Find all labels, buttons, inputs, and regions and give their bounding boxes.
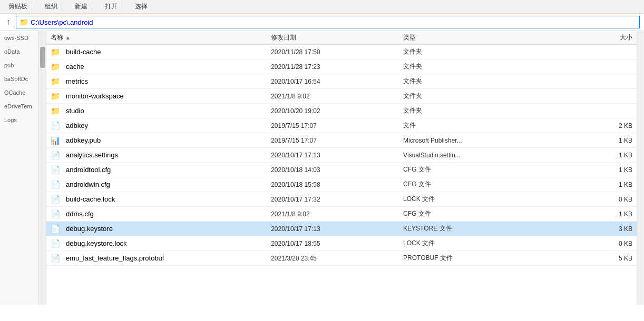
table-row[interactable]: 📄 analytics.settings 2020/10/17 17:13 Vi…	[46, 148, 637, 163]
sidebar-item-2[interactable]: pub	[0, 58, 38, 72]
col-header-date[interactable]: 修改日期	[271, 33, 403, 42]
table-row[interactable]: 📄 androidtool.cfg 2020/10/18 14:03 CFG 文…	[46, 163, 637, 177]
sidebar-item-0[interactable]: ows-SSD	[0, 31, 38, 45]
file-type: CFG 文件	[403, 209, 562, 218]
toolbar-open-label: 打开	[105, 2, 118, 11]
file-date: 2021/3/20 23:45	[271, 255, 403, 262]
table-row[interactable]: 📄 androidwin.cfg 2020/10/18 15:58 CFG 文件…	[46, 177, 637, 192]
file-type: CFG 文件	[403, 165, 562, 174]
file-size: 2 KB	[562, 122, 632, 129]
file-name: 📄 analytics.settings	[51, 151, 271, 160]
sidebar-item-5[interactable]: eDriveTem	[0, 99, 38, 113]
folder-icon: 📁	[51, 47, 61, 57]
col-header-size[interactable]: 大小	[562, 33, 632, 42]
address-path[interactable]: 📁 C:\Users\pc\.android	[16, 16, 640, 28]
file-name: 📄 ddms.cfg	[51, 209, 271, 219]
sidebar-label-1: oData	[4, 48, 19, 55]
sort-arrow-name: ▲	[65, 35, 71, 41]
file-type: 文件夹	[403, 106, 562, 115]
file-list-header: 名称 ▲ 修改日期 类型 大小	[46, 31, 637, 45]
file-icon: 📄	[51, 121, 61, 131]
sidebar-label-0: ows-SSD	[4, 35, 28, 41]
nav-up-button[interactable]: ↑	[4, 16, 13, 28]
file-name: 📁 monitor-workspace	[51, 92, 271, 101]
file-date: 2021/1/8 9:02	[271, 93, 403, 100]
table-row[interactable]: 📁 build-cache 2020/11/28 17:50 文件夹	[46, 45, 637, 59]
table-row[interactable]: 📄 debug.keystore 2020/10/17 17:13 KEYSTO…	[46, 222, 637, 236]
file-date: 2020/10/18 14:03	[271, 166, 403, 174]
file-name-text: analytics.settings	[66, 151, 118, 159]
file-icon: 📄	[51, 209, 61, 219]
table-row[interactable]: 📁 monitor-workspace 2021/1/8 9:02 文件夹	[46, 89, 637, 104]
sidebar-scrollbar[interactable]	[38, 31, 46, 305]
file-name: 📄 debug.keystore.lock	[51, 239, 271, 248]
file-size: 1 KB	[562, 166, 632, 174]
file-name-text: adbkey.pub	[66, 136, 101, 144]
file-type: PROTOBUF 文件	[403, 254, 562, 263]
sidebar-item-3[interactable]: baSoftDc	[0, 72, 38, 86]
file-name: 📄 androidwin.cfg	[51, 180, 271, 189]
table-row[interactable]: 📊 adbkey.pub 2019/7/15 17:07 Microsoft P…	[46, 133, 637, 148]
file-size: 1 KB	[562, 137, 632, 144]
sidebar-label-3: baSoftDc	[4, 76, 28, 82]
table-row[interactable]: 📄 debug.keystore.lock 2020/10/17 18:55 L…	[46, 236, 637, 251]
table-row[interactable]: 📄 emu_last_feature_flags.protobuf 2021/3…	[46, 251, 637, 266]
file-name: 📄 debug.keystore	[51, 224, 271, 234]
sidebar-label-2: pub	[4, 62, 14, 68]
table-row[interactable]: 📁 cache 2020/11/28 17:23 文件夹	[46, 59, 637, 74]
col-header-type[interactable]: 类型	[403, 33, 562, 42]
file-name: 📄 androidtool.cfg	[51, 165, 271, 175]
table-row[interactable]: 📁 metrics 2020/10/17 16:54 文件夹	[46, 74, 637, 89]
file-date: 2020/10/17 18:55	[271, 240, 403, 247]
sidebar-item-1[interactable]: oData	[0, 45, 38, 58]
file-size: 1 KB	[562, 210, 632, 218]
file-name-text: androidtool.cfg	[66, 166, 111, 174]
folder-icon: 📁	[51, 62, 61, 72]
file-name-text: metrics	[66, 77, 88, 85]
file-type: LOCK 文件	[403, 195, 562, 204]
sidebar-item-6[interactable]: Logs	[0, 113, 38, 127]
address-bar: ↑ 📁 C:\Users\pc\.android	[0, 14, 644, 31]
toolbar-group-new: 新建	[71, 2, 92, 11]
sidebar-label-4: OCache	[4, 89, 25, 96]
file-type: 文件夹	[403, 92, 562, 101]
toolbar-group-open: 打开	[101, 2, 122, 11]
pub-file-icon: 📊	[51, 136, 61, 145]
folder-icon: 📁	[51, 77, 61, 86]
toolbar-organize-label: 组织	[45, 2, 57, 11]
file-size: 5 KB	[562, 255, 632, 262]
folder-icon: 📁	[51, 106, 61, 116]
table-row[interactable]: 📄 ddms.cfg 2021/1/8 9:02 CFG 文件 1 KB	[46, 207, 637, 222]
file-name: 📁 studio	[51, 106, 271, 116]
table-row[interactable]: 📁 studio 2020/10/20 19:02 文件夹	[46, 104, 637, 118]
file-icon: 📄	[51, 151, 61, 160]
file-date: 2019/7/15 17:07	[271, 137, 403, 144]
file-size: 3 KB	[562, 225, 632, 233]
file-name: 📄 build-cache.lock	[51, 195, 271, 204]
toolbar: 剪贴板 组织 新建 打开 选择	[0, 0, 644, 14]
file-name-text: debug.keystore	[66, 225, 113, 233]
col-header-name[interactable]: 名称 ▲	[51, 33, 271, 42]
file-date: 2020/10/17 17:32	[271, 196, 403, 203]
toolbar-group-clipboard: 剪贴板	[4, 2, 32, 11]
table-row[interactable]: 📄 adbkey 2019/7/15 17:07 文件 2 KB	[46, 118, 637, 133]
file-date: 2020/11/28 17:50	[271, 48, 403, 56]
file-date: 2020/10/17 17:13	[271, 152, 403, 159]
right-scrollbar[interactable]	[637, 31, 644, 305]
file-name-text: androidwin.cfg	[66, 180, 110, 188]
file-name-text: ddms.cfg	[66, 210, 94, 218]
sidebar-scroll-thumb[interactable]	[40, 47, 45, 68]
sidebar-item-4[interactable]: OCache	[0, 86, 38, 99]
file-icon: 📄	[51, 180, 61, 189]
table-row[interactable]: 📄 build-cache.lock 2020/10/17 17:32 LOCK…	[46, 192, 637, 207]
toolbar-group-organize: 组织	[41, 2, 62, 11]
col-date-label: 修改日期	[271, 34, 296, 41]
file-name-text: monitor-workspace	[66, 92, 124, 100]
file-date: 2020/10/20 19:02	[271, 107, 403, 115]
file-type: Microsoft Publisher...	[403, 137, 562, 144]
file-name: 📊 adbkey.pub	[51, 136, 271, 145]
sidebar: ows-SSD oData pub baSoftDc OCache eDrive…	[0, 31, 46, 305]
sidebar-label-6: Logs	[4, 117, 17, 123]
file-name: 📄 emu_last_feature_flags.protobuf	[51, 254, 271, 263]
file-size: 1 KB	[562, 152, 632, 159]
